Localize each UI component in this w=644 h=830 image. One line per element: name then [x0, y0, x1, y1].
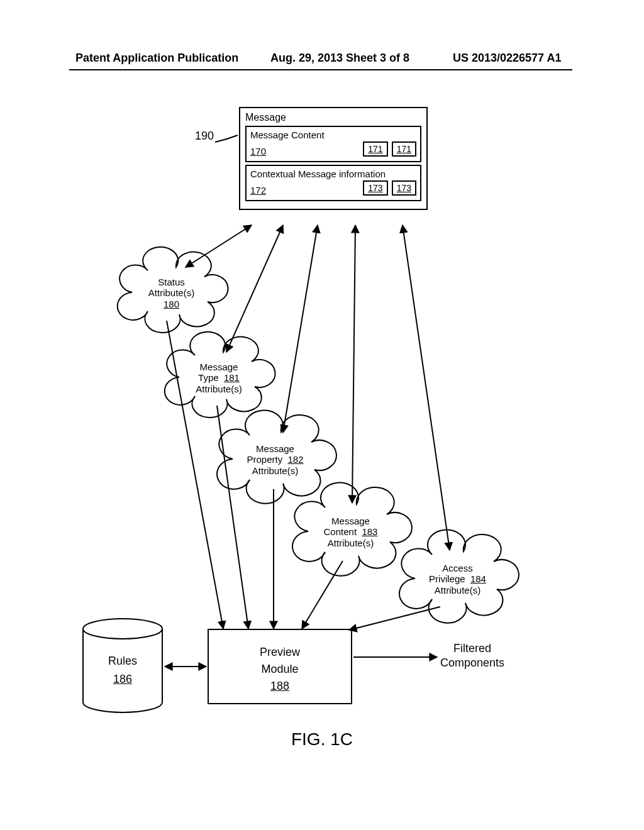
figure-label: FIG. 1C: [0, 729, 644, 750]
cloud-prop-ref: 182: [288, 454, 304, 465]
message-title: Message: [245, 112, 421, 123]
svg-line-4: [402, 225, 450, 550]
message-content-mini: 171: [363, 141, 387, 157]
cloud-type-ref: 181: [224, 372, 240, 383]
cloud-prop-l1: Message: [256, 443, 294, 454]
cloud-content: Message Content 183 Attribute(s): [314, 516, 387, 548]
preview-l2: Module: [261, 663, 298, 675]
context-info-mini: 173: [392, 180, 416, 196]
cloud-access-l1: Access: [442, 563, 472, 573]
filtered-l2: Components: [440, 656, 504, 669]
ref-190: 190: [195, 130, 214, 143]
cloud-access: Access Privilege 184 Attribute(s): [421, 563, 494, 595]
cloud-access-l3: Attribute(s): [435, 585, 480, 595]
context-info-ref: 172: [250, 185, 266, 196]
cloud-content-l3: Attribute(s): [328, 538, 374, 548]
message-content-title: Message Content: [250, 130, 416, 140]
cloud-status-l2: Attribute(s): [148, 287, 194, 298]
context-info-title: Contextual Message information: [250, 169, 416, 179]
svg-line-9: [349, 607, 440, 630]
rules-label: Rules: [108, 655, 137, 667]
header-pubno: US 2013/0226577 A1: [453, 52, 561, 65]
cloud-access-ref: 184: [470, 573, 486, 584]
message-box: Message Message Content 170 171 171 Cont…: [239, 107, 428, 210]
svg-point-12: [83, 619, 162, 639]
svg-line-8: [302, 561, 343, 629]
cloud-type-l1: Message: [200, 362, 238, 372]
svg-line-6: [217, 406, 248, 629]
filtered-components: Filtered Components: [440, 641, 504, 671]
header-left: Patent Application Publication: [75, 52, 238, 65]
cloud-prop-l2: Property: [247, 454, 282, 465]
message-content-box: Message Content 170 171 171: [245, 126, 421, 162]
cloud-content-ref: 183: [362, 526, 377, 537]
cloud-status: Status Attribute(s) 180: [142, 277, 201, 309]
cloud-property: Message Property 182 Attribute(s): [239, 443, 311, 476]
context-info-box: Contextual Message information 172 173 1…: [245, 165, 421, 201]
preview-l1: Preview: [260, 646, 300, 658]
cloud-content-l1: Message: [331, 516, 370, 526]
header-rule: [69, 69, 572, 70]
context-info-mini: 173: [363, 180, 387, 196]
cloud-type-l3: Attribute(s): [196, 384, 242, 394]
cloud-type-l2: Type: [198, 372, 219, 383]
preview-ref: 188: [270, 680, 289, 692]
preview-module: Preview Module 188: [208, 629, 352, 704]
cloud-type: Message Type 181 Attribute(s): [187, 362, 250, 394]
cloud-access-l2: Privilege: [429, 573, 465, 584]
filtered-l1: Filtered: [453, 642, 491, 655]
cloud-prop-l3: Attribute(s): [252, 465, 298, 476]
message-content-mini: 171: [392, 141, 416, 157]
svg-line-3: [352, 225, 355, 503]
rules-cylinder: Rules 186: [82, 617, 164, 712]
cloud-content-l2: Content: [324, 526, 357, 537]
svg-line-1: [226, 225, 283, 352]
svg-line-2: [283, 225, 318, 433]
cloud-status-l1: Status: [158, 277, 185, 287]
message-content-ref: 170: [250, 146, 266, 157]
page: Patent Application Publication Aug. 29, …: [0, 0, 644, 830]
rules-ref: 186: [113, 673, 132, 685]
header-date: Aug. 29, 2013 Sheet 3 of 8: [270, 52, 409, 65]
cloud-status-ref: 180: [164, 299, 179, 309]
svg-line-0: [186, 225, 252, 267]
